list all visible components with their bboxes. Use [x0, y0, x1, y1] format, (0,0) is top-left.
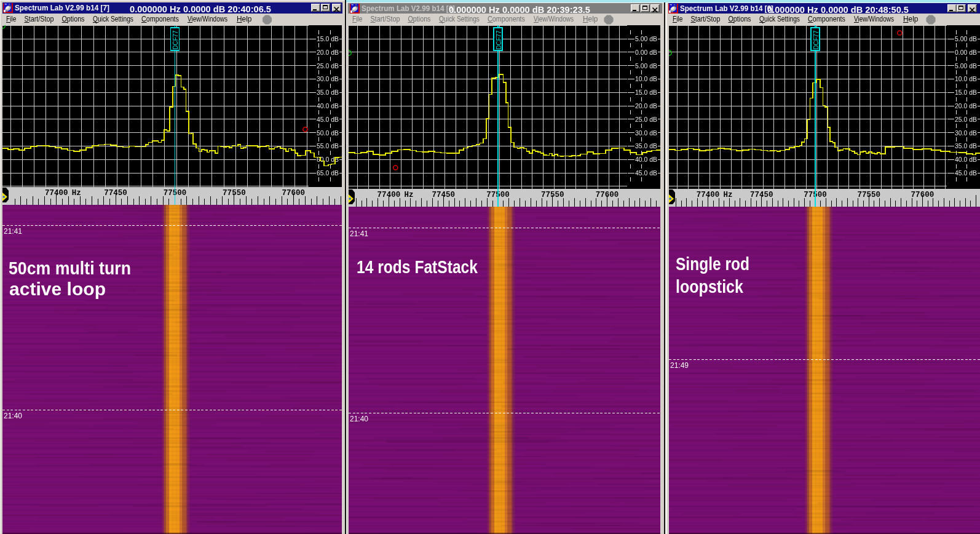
svg-text:0.000000 Hz 0.0000 dB 20:39:: 0.000000 Hz 0.0000 dB 20:39:23.5	[449, 4, 590, 15]
svg-text:View/Windows: View/Windows	[534, 14, 574, 23]
svg-text:45.0 dB: 45.0 dB	[635, 169, 657, 177]
svg-text:Hz: Hz	[724, 191, 733, 199]
svg-text:77400: 77400	[45, 189, 68, 197]
svg-text:Start/Stop: Start/Stop	[25, 14, 54, 23]
svg-text:15.0 dB: 15.0 dB	[955, 89, 977, 96]
svg-text:35.0 dB: 35.0 dB	[635, 142, 657, 149]
svg-text:File: File	[352, 14, 363, 23]
svg-text:5.00 dB: 5.00 dB	[635, 62, 657, 70]
svg-text:0.000000 Hz 0.0000 dB 20:40:: 0.000000 Hz 0.0000 dB 20:40:06.5	[130, 4, 271, 14]
svg-text:25.0 dB: 25.0 dB	[955, 116, 977, 123]
svg-text:Options: Options	[62, 14, 85, 23]
svg-text:77550: 77550	[223, 189, 246, 197]
svg-text:40.0 dB: 40.0 dB	[317, 102, 339, 110]
svg-text:10.0 dB: 10.0 dB	[955, 75, 977, 82]
svg-text:Options: Options	[408, 14, 431, 23]
svg-text:Start/Stop: Start/Stop	[691, 14, 721, 23]
svg-text:Help: Help	[583, 14, 598, 23]
svg-text:Quick Settings: Quick Settings	[93, 14, 133, 23]
svg-text:20.0 dB: 20.0 dB	[955, 102, 977, 110]
svg-text:50.0 dB: 50.0 dB	[317, 129, 339, 137]
svg-text:77600: 77600	[596, 191, 619, 199]
svg-text:25.0 dB: 25.0 dB	[317, 62, 339, 70]
svg-text:5.00 dB: 5.00 dB	[955, 62, 977, 70]
svg-text:77450: 77450	[432, 191, 455, 199]
svg-text:77400: 77400	[377, 191, 401, 199]
svg-text:DCF77: DCF77	[812, 30, 820, 49]
svg-text:File: File	[6, 14, 17, 23]
svg-text:View/Windows: View/Windows	[854, 14, 894, 23]
svg-text:5.00 dB: 5.00 dB	[955, 35, 977, 42]
svg-text:25.0 dB: 25.0 dB	[635, 116, 657, 123]
svg-text:Hz: Hz	[72, 189, 81, 197]
svg-text:File: File	[673, 14, 683, 23]
svg-text:20.0 dB: 20.0 dB	[635, 102, 657, 110]
svg-text:15.0 dB: 15.0 dB	[635, 89, 657, 96]
svg-text:10.0 dB: 10.0 dB	[635, 75, 657, 82]
svg-text:Options: Options	[729, 14, 751, 23]
svg-text:30.0 dB: 30.0 dB	[317, 75, 339, 82]
svg-text:DCF77: DCF77	[495, 30, 502, 49]
svg-text:Quick Settings: Quick Settings	[439, 14, 480, 23]
svg-text:65.0 dB: 65.0 dB	[317, 169, 339, 177]
svg-text:DCF77: DCF77	[172, 30, 179, 49]
svg-text:40.0 dB: 40.0 dB	[955, 156, 977, 163]
svg-text:Hz: Hz	[404, 191, 413, 199]
svg-text:Help: Help	[237, 14, 252, 23]
svg-text:loopstick: loopstick	[676, 276, 743, 297]
svg-text:Spectrum Lab V2.99 b14 [7]: Spectrum Lab V2.99 b14 [7]	[15, 3, 109, 12]
svg-text:77550: 77550	[857, 191, 880, 199]
svg-text:Components: Components	[141, 14, 179, 23]
svg-text:Components: Components	[808, 14, 845, 23]
svg-text:14 rods FatStack: 14 rods FatStack	[357, 257, 478, 277]
svg-text:55.0 dB: 55.0 dB	[317, 142, 339, 149]
svg-text:Spectrum Lab V2.99 b14 [6]: Spectrum Lab V2.99 b14 [6]	[362, 4, 455, 13]
svg-text:35.0 dB: 35.0 dB	[955, 142, 977, 149]
svg-text:View/Windows: View/Windows	[188, 14, 227, 23]
svg-text:45.0 dB: 45.0 dB	[317, 116, 339, 123]
svg-text:15.0 dB: 15.0 dB	[317, 35, 339, 42]
svg-text:Single rod: Single rod	[676, 253, 749, 274]
svg-text:0.00 dB: 0.00 dB	[955, 49, 977, 56]
svg-text:40.0 dB: 40.0 dB	[635, 156, 657, 163]
svg-text:77600: 77600	[282, 189, 306, 197]
svg-text:5.00 dB: 5.00 dB	[635, 35, 657, 42]
svg-text:Help: Help	[903, 14, 919, 23]
svg-text:Quick Settings: Quick Settings	[759, 14, 800, 23]
svg-text:Components: Components	[488, 14, 525, 23]
svg-text:0.00 dB: 0.00 dB	[635, 49, 657, 56]
svg-text:30.0 dB: 30.0 dB	[635, 129, 657, 137]
svg-text:77550: 77550	[541, 191, 564, 199]
svg-text:Spectrum Lab V2.99 b14 [6]: Spectrum Lab V2.99 b14 [6]	[680, 4, 773, 13]
svg-text:20.0 dB: 20.0 dB	[317, 49, 339, 56]
svg-text:45.0 dB: 45.0 dB	[955, 169, 977, 177]
svg-text:Start/Stop: Start/Stop	[371, 14, 400, 23]
svg-text:50cm multi turn: 50cm multi turn	[9, 258, 131, 278]
svg-text:77600: 77600	[911, 191, 935, 199]
svg-text:0.000000 Hz 0.0000 dB 20:48:: 0.000000 Hz 0.0000 dB 20:48:50.5	[767, 4, 909, 15]
svg-text:active loop: active loop	[9, 279, 106, 299]
svg-text:30.0 dB: 30.0 dB	[955, 129, 977, 137]
svg-text:77450: 77450	[750, 191, 773, 199]
svg-text:77450: 77450	[104, 189, 127, 197]
svg-text:77400: 77400	[697, 191, 720, 199]
svg-text:35.0 dB: 35.0 dB	[317, 89, 339, 96]
